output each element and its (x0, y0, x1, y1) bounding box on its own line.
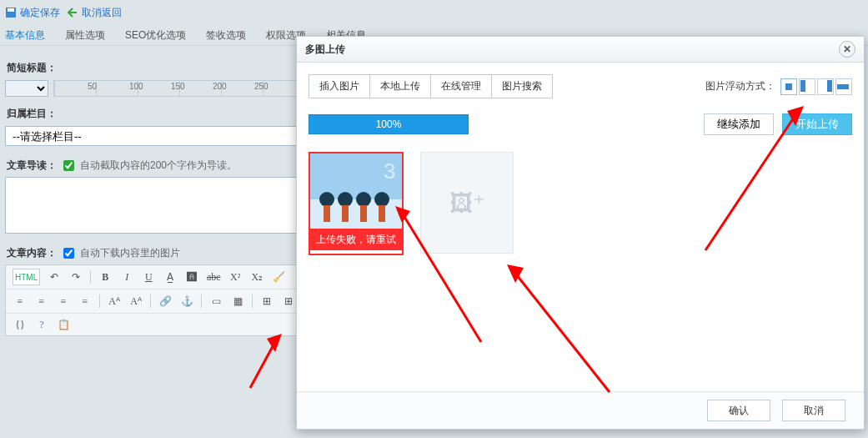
svg-marker-20 (267, 334, 282, 352)
align-right-icon[interactable]: ≡ (56, 294, 71, 309)
clear-format-icon[interactable]: 🧹 (271, 269, 286, 284)
dialog-tabs: 插入图片 本地上传 在线管理 图片搜索 (309, 74, 553, 98)
dialog-tab-local[interactable]: 本地上传 (370, 75, 431, 98)
redo-icon[interactable]: ↷ (68, 269, 83, 284)
tab-attr[interactable]: 属性选项 (63, 27, 107, 45)
content-checkbox[interactable] (63, 248, 74, 259)
close-icon[interactable]: ✕ (839, 41, 855, 58)
content-label: 文章内容： (7, 246, 57, 260)
subscript-icon[interactable]: X₂ (249, 269, 264, 284)
align-center-icon[interactable]: ≡ (34, 294, 49, 309)
align-left-icon[interactable]: ≡ (13, 294, 28, 309)
svg-rect-10 (342, 205, 349, 222)
svg-rect-11 (360, 205, 367, 222)
float-none-icon[interactable] (780, 78, 797, 95)
float-mode-label: 图片浮动方式： (705, 79, 775, 93)
content-checkbox-text: 自动下载内容里的图片 (80, 246, 180, 260)
dialog-tab-insert[interactable]: 插入图片 (309, 75, 370, 98)
float-left-icon[interactable] (799, 78, 815, 95)
thumb-placeholder[interactable]: 🖼⁺ (420, 152, 514, 254)
multi-image-dialog: 多图上传 ✕ 插入图片 本地上传 在线管理 图片搜索 图片浮动方式： (296, 36, 865, 430)
dialog-cancel-button[interactable]: 取消 (782, 400, 845, 421)
table-icon[interactable]: ▦ (230, 294, 245, 309)
dialog-tab-online[interactable]: 在线管理 (431, 75, 492, 98)
cancel-return-button[interactable]: 取消返回 (67, 6, 122, 20)
continue-add-button[interactable]: 继续添加 (704, 113, 774, 135)
superscript-icon[interactable]: X² (228, 269, 243, 284)
hr-icon[interactable]: ▭ (208, 294, 223, 309)
html-source-button[interactable]: HTML (13, 269, 40, 285)
anchor-icon[interactable]: ⚓ (179, 294, 194, 309)
thumb-image: 3 (310, 154, 402, 229)
tab-basic-info[interactable]: 基本信息 (3, 27, 47, 45)
svg-point-6 (338, 192, 353, 207)
insert-col-icon[interactable]: ⊞ (281, 294, 296, 309)
font-size-down-icon[interactable]: Aᴬ (128, 294, 143, 309)
tab-sign[interactable]: 签收选项 (204, 27, 248, 45)
upload-progress: 100% (309, 114, 469, 134)
dialog-title: 多图上传 (305, 43, 345, 57)
svg-rect-1 (8, 8, 14, 12)
thumb-error[interactable]: 3 上传失败，请重试 (309, 152, 404, 255)
svg-line-15 (514, 271, 610, 392)
start-upload-button[interactable]: 开始上传 (782, 113, 852, 135)
short-title-select[interactable] (5, 80, 48, 97)
undo-icon[interactable]: ↶ (47, 269, 62, 284)
dialog-tab-search[interactable]: 图片搜索 (492, 75, 552, 98)
svg-point-7 (356, 192, 371, 207)
align-justify-icon[interactable]: ≡ (78, 294, 93, 309)
strike-icon[interactable]: abc (206, 269, 221, 284)
svg-point-8 (374, 192, 389, 207)
lead-checkbox-text: 自动截取内容的200个字作为导读。 (80, 159, 237, 173)
float-right-icon[interactable] (817, 78, 834, 95)
svg-point-5 (319, 192, 334, 207)
back-icon (67, 7, 78, 18)
svg-marker-16 (507, 264, 524, 283)
save-icon (5, 7, 17, 18)
insert-row-icon[interactable]: ⊞ (259, 294, 274, 309)
svg-rect-12 (379, 205, 385, 222)
svg-rect-9 (324, 205, 330, 222)
svg-text:3: 3 (384, 159, 395, 184)
image-placeholder-icon: 🖼⁺ (449, 189, 485, 217)
annotation-arrow (505, 263, 614, 396)
save-label: 确定保存 (20, 6, 60, 20)
back-color-icon[interactable]: 🅰 (184, 269, 199, 284)
paste-icon[interactable]: 📋 (56, 317, 71, 332)
tab-seo[interactable]: SEO优化选项 (123, 27, 188, 45)
cancel-return-label: 取消返回 (82, 6, 122, 20)
lead-label: 文章导读： (7, 159, 57, 173)
code-icon[interactable]: {} (13, 317, 28, 332)
save-button[interactable]: 确定保存 (5, 6, 60, 20)
lead-checkbox[interactable] (63, 160, 74, 171)
upload-error-text: 上传失败，请重试 (310, 229, 402, 250)
link-icon[interactable]: 🔗 (158, 294, 173, 309)
help-icon[interactable]: ? (34, 317, 49, 332)
bold-icon[interactable]: B (98, 269, 113, 284)
float-center-icon[interactable] (835, 78, 852, 95)
annotation-arrow (242, 334, 283, 392)
underline-icon[interactable]: U (141, 269, 156, 284)
italic-icon[interactable]: I (119, 269, 134, 284)
font-color-icon[interactable]: A̲ (163, 269, 178, 284)
font-size-up-icon[interactable]: Aᴬ (107, 294, 122, 309)
dialog-ok-button[interactable]: 确认 (707, 400, 770, 421)
svg-line-19 (250, 339, 277, 388)
